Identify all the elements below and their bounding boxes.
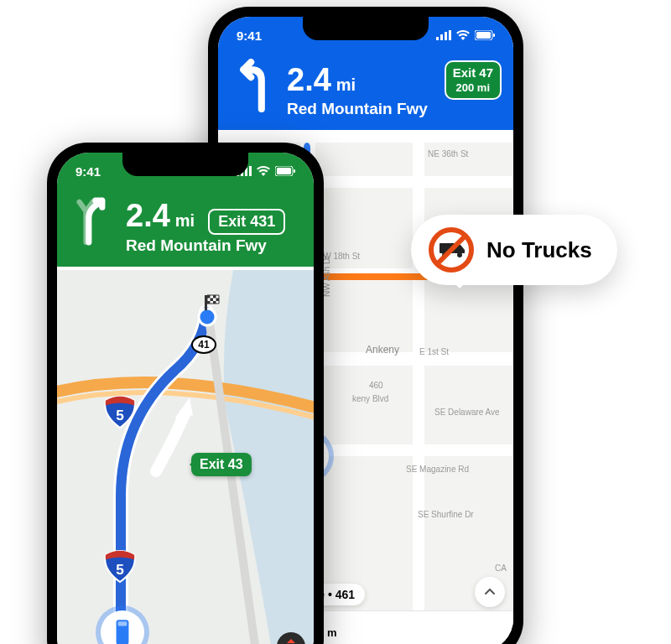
wifi-icon bbox=[456, 30, 470, 40]
svg-point-12 bbox=[457, 252, 462, 257]
no-trucks-label: No Trucks bbox=[486, 237, 592, 263]
place-label: Ankeny bbox=[366, 344, 399, 356]
svg-rect-19 bbox=[277, 168, 291, 174]
svg-rect-29 bbox=[207, 301, 211, 304]
status-icons bbox=[436, 30, 495, 40]
signal-icon bbox=[436, 30, 451, 40]
no-trucks-callout: No Trucks bbox=[411, 215, 617, 285]
svg-rect-30 bbox=[213, 301, 216, 304]
exit-badge: Exit 431 bbox=[208, 209, 285, 235]
map-view-left[interactable]: 5 5 41 Exit 43 N bbox=[57, 270, 314, 644]
svg-rect-26 bbox=[213, 295, 216, 299]
svg-rect-3 bbox=[449, 30, 451, 40]
svg-point-23 bbox=[199, 309, 216, 325]
svg-rect-6 bbox=[493, 34, 495, 37]
svg-rect-17 bbox=[249, 166, 252, 176]
route-shield: 41 bbox=[191, 335, 216, 354]
svg-rect-25 bbox=[207, 295, 211, 299]
svg-rect-28 bbox=[216, 299, 220, 302]
svg-rect-1 bbox=[440, 34, 443, 40]
expand-button[interactable] bbox=[475, 577, 505, 607]
road-name: Red Mountain Fwy bbox=[126, 236, 300, 255]
svg-rect-2 bbox=[445, 32, 447, 40]
street-label: keny Blvd bbox=[352, 394, 388, 403]
svg-text:5: 5 bbox=[116, 561, 124, 578]
notch bbox=[122, 153, 248, 176]
street-label: 460 bbox=[369, 381, 383, 390]
status-time: 9:41 bbox=[237, 29, 262, 43]
destination-flag-icon bbox=[193, 293, 221, 330]
no-trucks-icon bbox=[428, 226, 475, 273]
distance: 2.4 mi Exit 431 bbox=[126, 198, 300, 235]
svg-text:5: 5 bbox=[116, 407, 124, 423]
chevron-up-icon bbox=[483, 585, 497, 599]
svg-rect-5 bbox=[476, 32, 491, 39]
svg-rect-0 bbox=[436, 37, 439, 40]
interstate-shield-icon: 5 bbox=[102, 548, 138, 584]
street-label: NE 36th St bbox=[428, 149, 468, 158]
status-time: 9:41 bbox=[75, 164, 101, 179]
turn-left-icon bbox=[230, 59, 275, 112]
phone-left: 9:41 2.4 mi bbox=[47, 143, 324, 644]
interstate-shield-icon: 5 bbox=[102, 394, 138, 429]
road-name: Red Mountain Fwy bbox=[287, 100, 500, 118]
street-label: CA bbox=[495, 564, 507, 573]
notch bbox=[303, 17, 429, 40]
wifi-icon bbox=[257, 166, 270, 176]
exit-marker: Exit 43 bbox=[191, 453, 252, 476]
street-label: SE Delaware Ave bbox=[434, 408, 500, 417]
street-label: SE Shurfine Dr bbox=[418, 510, 474, 519]
battery-icon bbox=[475, 30, 495, 40]
svg-rect-32 bbox=[118, 621, 127, 626]
svg-rect-20 bbox=[294, 169, 295, 173]
street-label: E 1st St bbox=[419, 347, 449, 356]
svg-rect-27 bbox=[211, 299, 214, 302]
fork-right-icon bbox=[69, 195, 114, 248]
exit-sign: Exit 47 200 mi bbox=[445, 60, 502, 100]
battery-icon bbox=[275, 166, 295, 176]
street-label: SE Magazine Rd bbox=[406, 465, 469, 474]
